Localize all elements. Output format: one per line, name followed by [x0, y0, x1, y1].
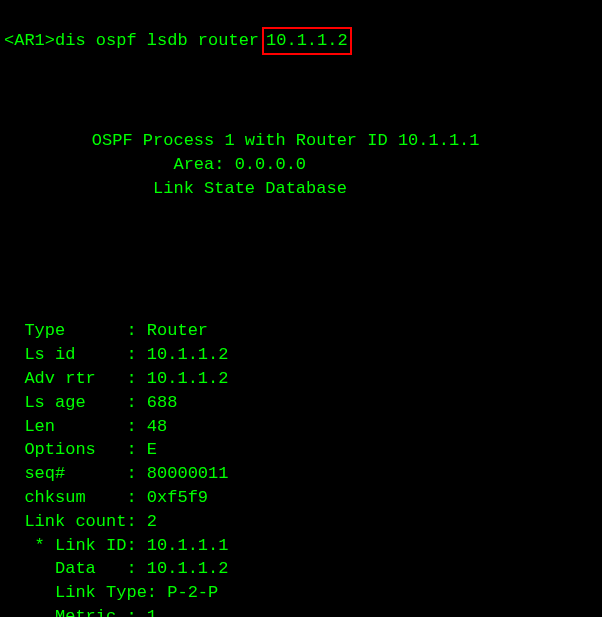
- header-area-line: Area: 0.0.0.0: [173, 155, 306, 174]
- field-type-value: Router: [147, 321, 208, 340]
- field-options-label: Options: [24, 440, 95, 459]
- lsa-details: Type : Router Ls id : 10.1.1.2 Adv rtr :…: [0, 319, 602, 617]
- field-seq-value: 80000011: [147, 464, 229, 483]
- link1-linktype-label: Link Type: [55, 583, 147, 602]
- command-line: <AR1>dis ospf lsdb router10.1.1.2: [0, 24, 602, 58]
- field-lsage-label: Ls age: [24, 393, 85, 412]
- header-process-line: OSPF Process 1 with Router ID 10.1.1.1: [92, 131, 480, 150]
- link1-data-value: 10.1.1.2: [147, 559, 229, 578]
- terminal-window: <AR1>dis ospf lsdb router10.1.1.2 OSPF P…: [0, 0, 602, 617]
- blank-line-3: [0, 272, 602, 296]
- field-chksum-value: 0xf5f9: [147, 488, 208, 507]
- link1-data-label: Data: [55, 559, 96, 578]
- field-options-value: E: [137, 440, 157, 459]
- link1-linkid-value: 10.1.1.1: [147, 536, 229, 555]
- field-seq-label: seq#: [24, 464, 65, 483]
- field-chksum-label: chksum: [24, 488, 85, 507]
- field-lsid-value: 10.1.1.2: [147, 345, 229, 364]
- field-linkcount-label: Link count: [24, 512, 126, 531]
- field-type-label: Type: [24, 321, 65, 340]
- link1-linkid-label: * Link ID: [35, 536, 127, 555]
- command-argument-highlight: 10.1.1.2: [262, 27, 352, 55]
- field-advrtr-label: Adv rtr: [24, 369, 95, 388]
- field-linkcount-value: 2: [147, 512, 157, 531]
- link1-linktype-value: P-2-P: [167, 583, 218, 602]
- field-len-value: 48: [147, 417, 167, 436]
- device-prompt: <AR1>: [4, 31, 55, 50]
- header-lsdb-line: Link State Database: [153, 179, 347, 198]
- field-lsage-value: 688: [147, 393, 178, 412]
- command-text: dis ospf lsdb router: [55, 31, 259, 50]
- link1-metric-value: 1: [147, 607, 157, 617]
- field-len-label: Len: [24, 417, 55, 436]
- blank-line-2: [0, 224, 602, 248]
- ospf-header: OSPF Process 1 with Router ID 10.1.1.1 A…: [0, 129, 602, 200]
- link1-metric-label: Metric: [55, 607, 116, 617]
- field-advrtr-value: 10.1.1.2: [147, 369, 229, 388]
- field-lsid-label: Ls id: [24, 345, 75, 364]
- blank-line-1: [0, 81, 602, 105]
